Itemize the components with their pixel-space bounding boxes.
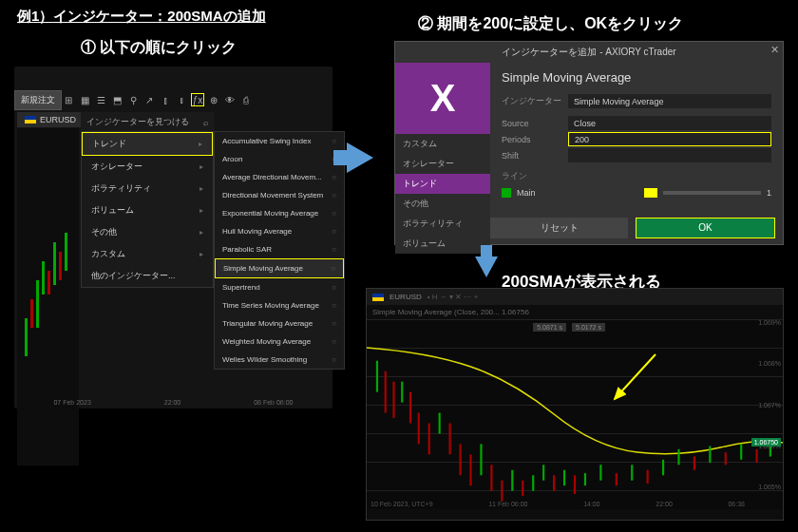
indicator-label: インジケーター (502, 95, 568, 107)
tool-icon[interactable]: ↗ (142, 93, 156, 106)
result-chart-header: EURUSD • H ～ ▾ ✕ ⋯ + (367, 289, 783, 305)
price-badge: 1.06750 (751, 438, 781, 446)
shift-input[interactable] (568, 148, 771, 162)
side-custom[interactable]: カスタム (395, 134, 490, 154)
source-select[interactable]: Close (568, 116, 771, 130)
line-section-label: ライン (502, 168, 771, 184)
side-oscillator[interactable]: オシレーター (395, 154, 490, 174)
indicator-item[interactable]: Supertrend○ (215, 278, 344, 296)
flag-icon (25, 116, 36, 124)
indicator-item[interactable]: Triangular Moving Average○ (215, 314, 344, 332)
currency-pair-tab[interactable]: EURUSD (17, 112, 84, 127)
step2-label: ② 期間を200に設定し、OKをクリック (418, 14, 683, 34)
indicator-item[interactable]: Parabolic SAR○ (215, 240, 344, 258)
indicator-submenu: Accumulative Swing Index○ Aroon○ Average… (214, 131, 345, 370)
side-volatility[interactable]: ボラティリティ (395, 214, 490, 234)
side-volume[interactable]: ボリューム (395, 234, 490, 254)
new-order-button[interactable]: 新規注文 (14, 90, 62, 110)
indicator-item[interactable]: Average Directional Movem...○ (215, 168, 344, 186)
tool-icon[interactable]: ⫿ (159, 93, 172, 106)
category-menu: トレンド▸ オシレーター▸ ボラティリティ▸ ボリューム▸ その他▸ カスタム▸… (81, 131, 214, 288)
category-more[interactable]: 他のインジケーター... (82, 265, 213, 287)
category-volatility[interactable]: ボラティリティ▸ (82, 178, 213, 200)
indicator-settings-dialog: インジケーターを追加 - AXIORY cTrader✕ X カスタム オシレー… (394, 41, 784, 245)
indicator-item[interactable]: Weighted Moving Average○ (215, 332, 344, 351)
tool-icon[interactable]: ⎙ (239, 93, 253, 106)
indicator-info: Simple Moving Average (Close, 200... 1.0… (367, 305, 783, 319)
indicator-item[interactable]: Accumulative Swing Index○ (215, 132, 344, 150)
indicator-item[interactable]: Welles Wilder Smoothing○ (215, 351, 344, 369)
y-axis: 1.069%1.068%1.067%1.066%1.065% (748, 319, 781, 490)
indicator-fx-icon[interactable]: ƒx (191, 93, 204, 106)
time-axis: 07 Feb 202322:0008 Feb 06:00 (17, 399, 330, 406)
category-oscillator[interactable]: オシレーター▸ (82, 156, 213, 178)
category-other[interactable]: その他▸ (82, 221, 213, 243)
tool-icon[interactable]: ⊕ (207, 93, 220, 106)
result-chart-panel: EURUSD • H ～ ▾ ✕ ⋯ + Simple Moving Avera… (366, 288, 784, 521)
indicator-item[interactable]: Aroon○ (215, 150, 344, 168)
thickness-slider[interactable] (663, 191, 761, 195)
category-custom[interactable]: カスタム▸ (82, 243, 213, 265)
indicator-item[interactable]: Time Series Moving Average○ (215, 296, 344, 314)
search-icon: ⌕ (203, 118, 208, 127)
tool-icon[interactable]: ⫾ (175, 93, 188, 106)
indicator-sma[interactable]: Simple Moving Average○ (215, 258, 344, 278)
periods-label: Periods (502, 135, 568, 144)
source-label: Source (502, 119, 568, 128)
dialog-sidebar: カスタム オシレーター トレンド その他 ボラティリティ ボリューム (395, 134, 490, 254)
category-trend[interactable]: トレンド▸ (82, 132, 213, 156)
arrow-right-icon (347, 142, 373, 173)
side-other[interactable]: その他 (395, 194, 490, 214)
color-picker[interactable] (644, 188, 657, 198)
tool-icon[interactable]: ⊞ (62, 93, 75, 106)
slider-value: 1 (767, 188, 771, 198)
dialog-titlebar: インジケーターを追加 - AXIORY cTrader✕ (395, 42, 783, 63)
periods-input[interactable]: 200 (568, 132, 771, 146)
tool-icon[interactable]: ▦ (78, 93, 91, 106)
tool-icon[interactable]: ⚲ (126, 93, 140, 106)
x-axis: 10 Feb 2023, UTC+911 Feb 06:0014:0022:00… (370, 501, 745, 507)
indicator-item[interactable]: Hull Moving Average○ (215, 222, 344, 240)
ok-button[interactable]: OK (636, 218, 775, 238)
candlestick-series (367, 319, 783, 509)
chart-toolbar: ⊞ ▦ ☰ ⬒ ⚲ ↗ ⫿ ⫾ ƒx ⊕ 👁 ⎙ (62, 90, 253, 109)
shift-label: Shift (502, 151, 568, 161)
result-chart-body[interactable]: 5.0871 s 5.0172 s (367, 319, 783, 509)
indicator-search[interactable]: インジケーターを見つける⌕ (81, 112, 214, 132)
main-label: Main (517, 188, 536, 198)
step1-label: ① 以下の順にクリック (81, 38, 237, 58)
flag-icon (372, 294, 384, 301)
arrow-down-icon (475, 256, 498, 277)
app-logo: X (395, 63, 490, 134)
chevron-right-icon: ▸ (199, 140, 202, 148)
indicator-item[interactable]: Exponential Moving Average○ (215, 204, 344, 222)
trading-app-panel: 新規注文 ⊞ ▦ ☰ ⬒ ⚲ ↗ ⫿ ⫾ ƒx ⊕ 👁 ⎙ EURUSD インジ… (14, 66, 332, 408)
close-icon[interactable]: ✕ (770, 44, 779, 56)
indicator-select[interactable]: Simple Moving Average (568, 94, 771, 108)
chart-background (17, 128, 79, 466)
page-title: 例1）インジケーター：200SMAの追加 (17, 8, 266, 26)
category-volume[interactable]: ボリューム▸ (82, 200, 213, 221)
dialog-heading: Simple Moving Average (502, 70, 771, 85)
tool-icon[interactable]: ☰ (94, 93, 107, 106)
tool-icon[interactable]: 👁 (223, 93, 237, 106)
main-checkbox[interactable] (502, 188, 511, 198)
reset-button[interactable]: リセット (490, 218, 628, 238)
tool-icon[interactable]: ⬒ (110, 93, 124, 106)
indicator-item[interactable]: Directional Movement System○ (215, 186, 344, 204)
side-trend[interactable]: トレンド (395, 174, 490, 194)
